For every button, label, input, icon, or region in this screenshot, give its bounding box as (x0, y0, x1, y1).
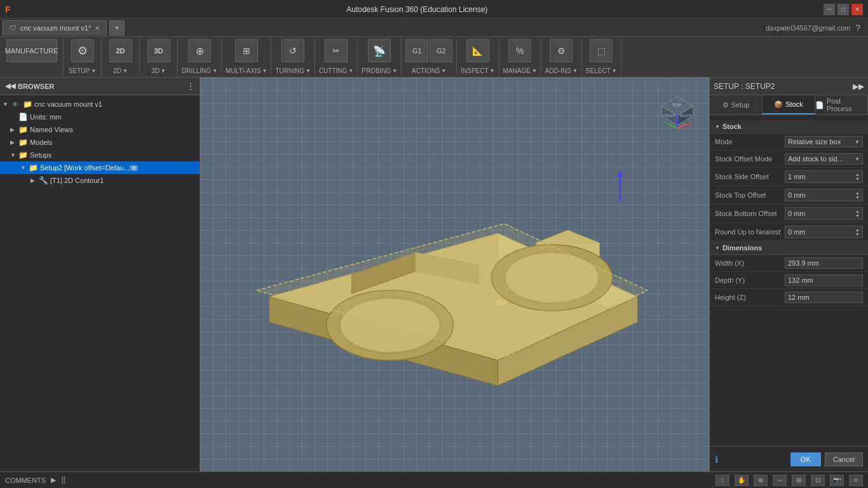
spin-down-bottom[interactable]: ▼ (855, 214, 860, 218)
stock-offset-mode-dropdown[interactable]: Add stock to sid... ▼ (785, 153, 863, 165)
tree-item-root[interactable]: ▼ 👁 📁 cnc vacuum mount v1 (0, 98, 200, 111)
tree-item-units[interactable]: 📄 Units: mm (0, 111, 200, 123)
stock-top-offset-input[interactable]: 0 mm ▲ ▼ (785, 189, 863, 201)
select-button[interactable]: ⬚ (590, 39, 613, 62)
actions-section: G1 G2 ACTIONS ▼ (402, 38, 457, 76)
multiaxis-label[interactable]: MULTI-AXIS ▼ (226, 67, 267, 74)
probing-button[interactable]: 📡 (368, 39, 391, 62)
2d-label[interactable]: 2D ▼ (113, 67, 128, 74)
cutting-label[interactable]: CUTTING ▼ (319, 67, 353, 74)
width-value: 293.9 mm (788, 259, 819, 267)
manage-button[interactable]: % (508, 39, 531, 62)
tree-item-named-views[interactable]: ▶ 📁 Named Views (0, 123, 200, 136)
spin-down-top[interactable]: ▼ (855, 195, 860, 200)
post-process-tab-label: Post Process (827, 97, 867, 112)
cutting-button[interactable]: ✂ (325, 39, 348, 62)
dimensions-section-header[interactable]: ▼ Dimensions (710, 241, 868, 255)
manufacture-button[interactable]: MANUFACTURE (6, 39, 57, 62)
depth-value-display: 132 mm (785, 274, 863, 286)
nav-btn-1[interactable]: ↕ (715, 475, 729, 486)
comments-expand-icon[interactable]: ▶ (51, 476, 56, 484)
inspect-label[interactable]: INSPECT ▼ (461, 67, 494, 74)
tab-close-button[interactable]: ✕ (95, 25, 100, 32)
tab-post-process[interactable]: 📄 Post Process (815, 95, 868, 114)
tree-item-t1[interactable]: ▶ 🔧 [T1] 2D Contour1 (0, 174, 200, 187)
minimize-button[interactable]: ─ (824, 4, 835, 15)
spin-up-round[interactable]: ▲ (855, 227, 860, 232)
stock-side-offset-stepper[interactable]: ▲ ▼ (855, 172, 860, 181)
actions-btn1[interactable]: G1 (405, 39, 428, 62)
browser-menu-icon[interactable]: ⋮ (187, 82, 194, 91)
round-up-input[interactable]: 0 mm ▲ ▼ (785, 226, 863, 238)
viewcube-top-label: TOP (672, 103, 682, 107)
drilling-button[interactable]: ⊕ (188, 39, 211, 62)
setup-button[interactable]: ⚙ (71, 39, 94, 62)
comments-resize-icon[interactable]: ⣿ (61, 476, 66, 484)
setup-label[interactable]: SETUP ▼ (69, 67, 96, 74)
tree-label-setups: Setups (30, 151, 51, 159)
viewport[interactable]: TOP FRONT RIGHT Z X Y Z (200, 78, 709, 471)
inspect-button[interactable]: 📐 (466, 39, 489, 62)
active-tab[interactable]: 🛡 cnc vacuum mount v1* ✕ (3, 20, 107, 36)
2d-button[interactable]: 2D (109, 39, 132, 62)
browser-content: ▼ 👁 📁 cnc vacuum mount v1 📄 Units: mm ▶ … (0, 95, 200, 471)
nav-btn-8[interactable]: ≡ (849, 475, 863, 486)
drilling-label[interactable]: DRILLING ▼ (182, 67, 217, 74)
nav-btn-6[interactable]: ⊡ (811, 475, 825, 486)
collapse-icon[interactable]: ◀◀ (5, 82, 15, 90)
addins-button[interactable]: ⚙ (550, 39, 573, 62)
turning-label[interactable]: TURNING ▼ (275, 67, 310, 74)
round-up-stepper[interactable]: ▲ ▼ (855, 227, 860, 236)
stock-bottom-offset-input[interactable]: 0 mm ▲ ▼ (785, 207, 863, 220)
new-tab-button[interactable]: + (109, 20, 125, 36)
actions-btn2[interactable]: G2 (430, 39, 452, 62)
tree-label-t1: [T1] 2D Contour1 (50, 177, 104, 184)
stock-tab-icon: 📦 (774, 100, 783, 109)
stock-bottom-offset-stepper[interactable]: ▲ ▼ (855, 209, 860, 218)
nav-btn-4[interactable]: ↔ (773, 475, 787, 486)
stock-top-offset-stepper[interactable]: ▲ ▼ (855, 191, 860, 200)
setup-tab-label: Setup (731, 101, 750, 109)
select-label[interactable]: SELECT ▼ (586, 67, 617, 74)
mode-dropdown[interactable]: Relative size box ▼ (785, 136, 863, 147)
maximize-button[interactable]: □ (837, 4, 849, 15)
3d-section: 3D 3D ▼ (140, 38, 178, 76)
nav-btn-2[interactable]: ✋ (735, 475, 749, 486)
depth-value: 132 mm (788, 276, 813, 284)
spin-up-side[interactable]: ▲ (855, 172, 860, 177)
stock-side-offset-input[interactable]: 1 mm ▲ ▼ (785, 170, 863, 183)
spin-down-round[interactable]: ▼ (855, 232, 860, 236)
panel-expand-icon[interactable]: ▶▶ (853, 82, 864, 91)
tree-item-setups[interactable]: ▼ 📁 Setups (0, 149, 200, 161)
ok-button[interactable]: OK (790, 452, 821, 466)
close-button[interactable]: ✕ (851, 4, 863, 15)
mode-row: Mode Relative size box ▼ (710, 133, 868, 151)
tab-setup[interactable]: ⚙ Setup (710, 95, 763, 114)
manage-label[interactable]: MANAGE ▼ (503, 67, 537, 74)
tree-item-setup2[interactable]: ▼ 📁 Setup2 [Work offset=Defau... ⚙ (0, 161, 200, 174)
spin-up-bottom[interactable]: ▲ (855, 209, 860, 214)
tree-label-models: Models (30, 139, 52, 146)
3d-button[interactable]: 3D (147, 39, 170, 62)
3d-label[interactable]: 3D ▼ (151, 67, 166, 74)
info-icon[interactable]: ℹ (715, 454, 718, 464)
addins-label[interactable]: ADD-INS ▼ (545, 67, 578, 74)
depth-row: Depth (Y) 132 mm (710, 272, 868, 289)
help-icon[interactable]: ? (855, 23, 860, 33)
probing-label[interactable]: PROBING ▼ (362, 67, 397, 74)
viewcube-front-label: FRONT (663, 114, 676, 118)
spin-up-top[interactable]: ▲ (855, 191, 860, 195)
nav-btn-5[interactable]: ⊞ (792, 475, 806, 486)
spin-down-side[interactable]: ▼ (855, 177, 860, 181)
tab-stock[interactable]: 📦 Stock (763, 95, 815, 114)
viewcube[interactable]: TOP FRONT RIGHT Z X Y (652, 84, 703, 135)
turning-button[interactable]: ↺ (281, 39, 304, 62)
nav-btn-3[interactable]: ⊕ (754, 475, 768, 486)
nav-btn-7[interactable]: 📷 (830, 475, 844, 486)
actions-label[interactable]: ACTIONS ▼ (412, 67, 446, 74)
stock-bottom-offset-label: Stock Bottom Offset (715, 210, 785, 217)
multiaxis-button[interactable]: ⊞ (235, 39, 258, 62)
cancel-button[interactable]: Cancel (825, 452, 863, 466)
tree-item-models[interactable]: ▶ 📁 Models (0, 136, 200, 149)
stock-section-header[interactable]: ▼ Stock (710, 120, 868, 133)
